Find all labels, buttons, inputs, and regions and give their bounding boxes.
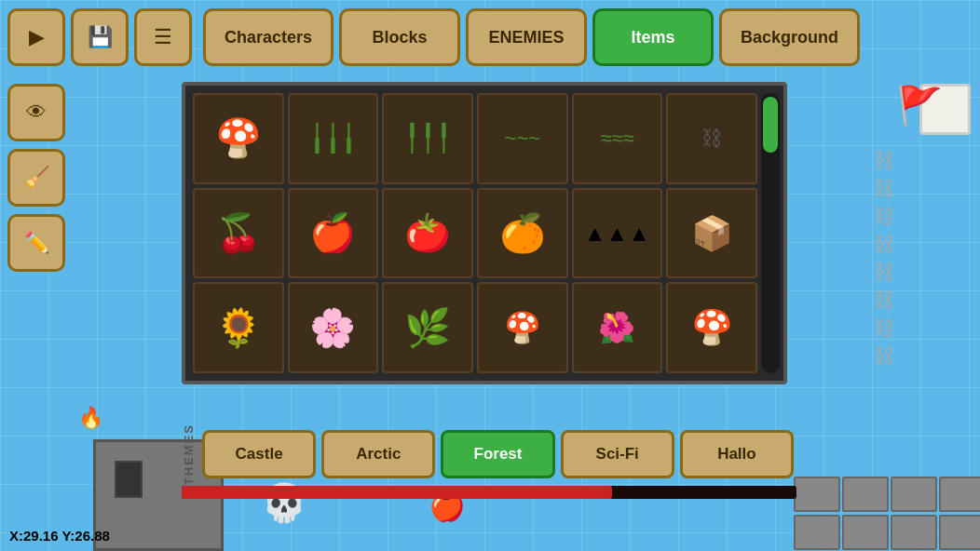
theme-bar: THEMES Castle Arctic Forest Sci-Fi Hallo: [182, 426, 796, 482]
play-button[interactable]: ▶: [7, 8, 65, 66]
item-vine2[interactable]: ╿╿╿: [382, 93, 473, 184]
item-vine3[interactable]: ~~~: [477, 93, 568, 184]
item-flower[interactable]: 🌸: [288, 282, 379, 373]
item-chain1[interactable]: ≈≈≈: [572, 93, 663, 184]
progress-bar-container: [182, 486, 796, 499]
items-grid: 🍄 ╽╽╽ ╿╿╿ ~~~ ≈≈≈ ⛓ 🍒 🍎 🍅 🍊 ▲▲▲ 📦 🌻 🌸 🌿 …: [193, 93, 757, 373]
menu-button[interactable]: ☰: [134, 8, 192, 66]
torch: 🔥: [78, 406, 103, 430]
item-mushroom[interactable]: 🍄: [193, 93, 284, 184]
scroll-thumb[interactable]: [763, 97, 778, 153]
item-redplant[interactable]: 🌺: [572, 282, 663, 373]
chain-decoration: ⛓ ⛓ ⛓ ⛓ ⛓ ⛓ ⛓ ⛓: [870, 149, 898, 551]
theme-castle[interactable]: Castle: [202, 430, 316, 478]
theme-forest[interactable]: Forest: [441, 430, 554, 478]
coordinates-display: X:29.16 Y:26.88: [9, 528, 110, 544]
theme-arctic[interactable]: Arctic: [321, 430, 435, 478]
scroll-track[interactable]: [761, 93, 780, 373]
item-spikes[interactable]: ▲▲▲: [572, 188, 663, 279]
banner: 🚩: [896, 84, 943, 128]
tab-enemies[interactable]: ENEMIES: [466, 8, 587, 66]
pencil-tool-button[interactable]: ✏️: [7, 214, 65, 272]
tab-characters[interactable]: Characters: [203, 8, 333, 66]
item-orange[interactable]: 🍊: [477, 188, 568, 279]
tab-items[interactable]: Items: [592, 8, 714, 66]
toolbar: ▶ 💾 ☰ Characters Blocks ENEMIES Items Ba…: [0, 0, 980, 74]
tab-background[interactable]: Background: [719, 8, 860, 66]
item-tomato[interactable]: 🍅: [382, 188, 473, 279]
item-vine1[interactable]: ╽╽╽: [288, 93, 379, 184]
side-toolbar: 👁 🧹 ✏️: [7, 84, 65, 272]
progress-bar-fill: [182, 486, 612, 499]
theme-hallo[interactable]: Hallo: [680, 430, 794, 478]
item-sunflower[interactable]: 🌻: [193, 282, 284, 373]
item-apple-red[interactable]: 🍎: [288, 188, 379, 279]
tab-group: Characters Blocks ENEMIES Items Backgrou…: [203, 8, 860, 66]
eye-tool-button[interactable]: 👁: [7, 84, 65, 141]
item-pink-mushroom[interactable]: 🍄: [666, 282, 757, 373]
themes-label: THEMES: [182, 423, 196, 485]
save-button[interactable]: 💾: [71, 8, 129, 66]
item-chain2[interactable]: ⛓: [666, 93, 757, 184]
tab-blocks[interactable]: Blocks: [339, 8, 460, 66]
item-grass[interactable]: 🌿: [382, 282, 473, 373]
item-cherries[interactable]: 🍒: [193, 188, 284, 279]
theme-scifi[interactable]: Sci-Fi: [561, 430, 674, 478]
items-panel: 🍄 ╽╽╽ ╿╿╿ ~~~ ≈≈≈ ⛓ 🍒 🍎 🍅 🍊 ▲▲▲ 📦 🌻 🌸 🌿 …: [182, 82, 787, 384]
eraser-tool-button[interactable]: 🧹: [7, 149, 65, 207]
item-mushroom2[interactable]: 🍄: [477, 282, 568, 373]
item-crate[interactable]: 📦: [666, 188, 757, 279]
